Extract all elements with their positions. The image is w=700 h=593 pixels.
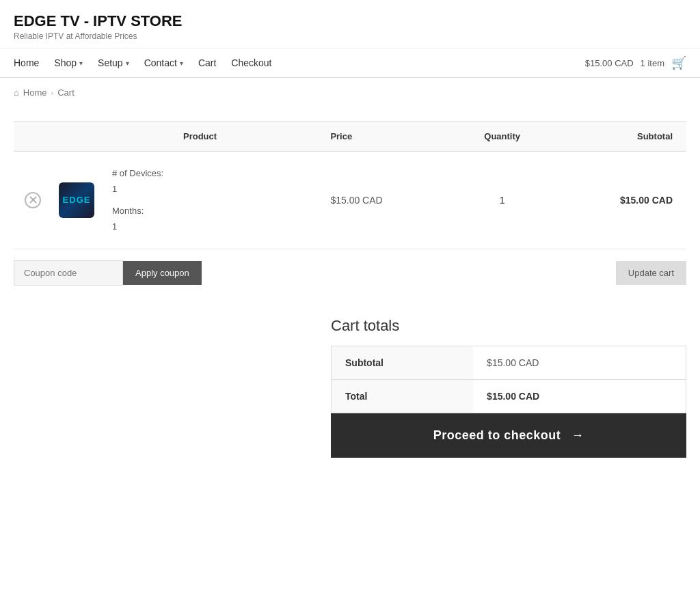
nav-home[interactable]: Home — [14, 57, 39, 68]
site-header: EDGE TV - IPTV STORE Reliable IPTV at Af… — [0, 0, 700, 49]
breadcrumb-home[interactable]: Home — [23, 87, 47, 98]
coupon-row: Apply coupon Update cart — [14, 249, 686, 296]
cart-totals-title: Cart totals — [331, 317, 686, 335]
price-cell: $15.00 CAD — [319, 152, 441, 249]
meta-devices-label: # of Devices: — [112, 165, 308, 181]
nav-cart[interactable]: Cart — [198, 57, 216, 68]
nav-shop[interactable]: Shop ▾ — [54, 57, 83, 68]
product-quantity: 1 — [500, 195, 505, 206]
quantity-cell: 1 — [441, 152, 563, 249]
col-thumb-header — [52, 122, 101, 152]
nav-cart-summary: $15.00 CAD 1 item 🛒 — [585, 55, 686, 70]
proceed-to-checkout-button[interactable]: Proceed to checkout → — [331, 413, 686, 458]
coupon-input[interactable] — [14, 260, 123, 286]
subtotal-cell: $15.00 CAD — [563, 152, 686, 249]
product-thumbnail: EDGE — [59, 182, 94, 218]
product-thumb-cell: EDGE — [52, 152, 101, 249]
col-remove-header — [14, 122, 52, 152]
site-tagline: Reliable IPTV at Affordable Prices — [14, 31, 686, 41]
cart-table: Product Price Quantity Subtotal ✕ EDGE — [14, 121, 686, 249]
remove-cell: ✕ — [14, 152, 52, 249]
main-content: Product Price Quantity Subtotal ✕ EDGE — [0, 107, 700, 485]
cart-totals-section: Cart totals Subtotal $15.00 CAD Total $1… — [331, 317, 686, 458]
subtotal-label: Subtotal — [332, 346, 474, 379]
breadcrumb-current: Cart — [57, 87, 75, 98]
nav-contact[interactable]: Contact ▾ — [144, 57, 183, 68]
breadcrumb: ⌂ Home › Cart — [0, 78, 700, 107]
chevron-down-icon: ▾ — [180, 59, 183, 67]
cart-item-count: 1 item — [641, 58, 664, 68]
col-subtotal-header: Subtotal — [563, 122, 686, 152]
col-price-header: Price — [319, 122, 441, 152]
apply-coupon-button[interactable]: Apply coupon — [123, 261, 202, 285]
breadcrumb-separator: › — [51, 89, 54, 97]
product-info-cell: # of Devices: 1 Months: 1 — [101, 152, 319, 249]
checkout-arrow-icon: → — [571, 428, 584, 442]
cart-totals-table: Subtotal $15.00 CAD Total $15.00 CAD — [331, 346, 686, 413]
checkout-label: Proceed to checkout — [433, 428, 561, 442]
product-logo-text: EDGE — [63, 195, 91, 205]
nav-checkout[interactable]: Checkout — [231, 57, 271, 68]
checkout-btn-wrap: Proceed to checkout → — [331, 413, 686, 458]
cart-icon[interactable]: 🛒 — [671, 55, 686, 70]
total-value: $15.00 CAD — [473, 379, 686, 413]
remove-item-button[interactable]: ✕ — [25, 192, 41, 208]
product-price: $15.00 CAD — [330, 195, 382, 206]
total-label: Total — [332, 379, 474, 413]
nav-bar: Home Shop ▾ Setup ▾ Contact ▾ Cart Check… — [0, 49, 700, 78]
product-meta: # of Devices: 1 Months: 1 — [112, 165, 308, 235]
home-icon: ⌂ — [14, 87, 19, 98]
table-row: ✕ EDGE # of Devices: 1 — [14, 152, 686, 249]
meta-months-value: 1 — [112, 219, 308, 234]
total-row: Total $15.00 CAD — [332, 379, 686, 413]
product-subtotal: $15.00 CAD — [620, 195, 673, 206]
update-cart-button[interactable]: Update cart — [616, 261, 686, 285]
meta-devices-value: 1 — [112, 181, 308, 197]
chevron-down-icon: ▾ — [79, 59, 83, 67]
subtotal-row: Subtotal $15.00 CAD — [332, 346, 686, 379]
subtotal-value: $15.00 CAD — [473, 346, 686, 379]
nav-setup[interactable]: Setup ▾ — [98, 57, 129, 68]
col-product-header: Product — [101, 122, 319, 152]
cart-price: $15.00 CAD — [585, 58, 634, 68]
col-quantity-header: Quantity — [441, 122, 563, 152]
meta-months-label: Months: — [112, 203, 308, 219]
chevron-down-icon: ▾ — [126, 59, 129, 67]
site-title: EDGE TV - IPTV STORE — [14, 12, 686, 30]
